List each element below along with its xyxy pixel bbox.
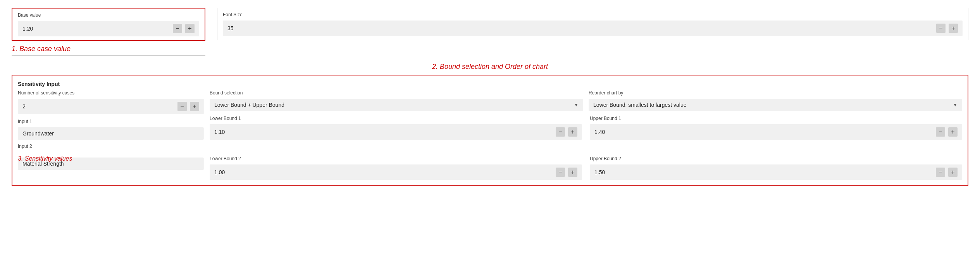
num-cases-section: Number of sensitivity cases 2 − + (18, 90, 204, 114)
left-pane: Number of sensitivity cases 2 − + Input … (18, 90, 204, 180)
upper-bound2-field-row: 1.50 − + (590, 164, 962, 180)
num-cases-minus-button[interactable]: − (177, 102, 187, 111)
lower-bound2-value: 1.00 (214, 169, 225, 175)
bound-selection-label: Bound selection (210, 90, 583, 96)
upper-bound1-field-row: 1.40 − + (590, 124, 962, 140)
bound-selection-arrow-icon: ▼ (574, 102, 579, 108)
reorder-chart-arrow-icon: ▼ (953, 102, 958, 108)
upper-bound1-steppers: − + (936, 127, 958, 137)
lower-bound1-section: Lower Bound 1 1.10 − + (210, 116, 586, 140)
lower-bound2-plus-button[interactable]: + (568, 168, 577, 177)
upper-bound2-section: Upper Bound 2 1.50 − + (586, 156, 962, 180)
right-pane: Bound selection Lower Bound + Upper Boun… (204, 90, 962, 180)
upper-bound1-value: 1.40 (594, 129, 605, 135)
section2-title: 2. Bound selection and Order of chart (12, 63, 968, 71)
font-size-plus-button[interactable]: + (949, 24, 958, 33)
base-value-display: 1.20 (22, 26, 33, 32)
input1-section: Input 1 Groundwater (18, 119, 204, 140)
bound-selection-value: Lower Bound + Upper Bound (214, 102, 284, 108)
num-cases-display: 2 (22, 103, 26, 110)
font-size-minus-button[interactable]: − (936, 24, 946, 33)
section1-title: 1. Base case value (12, 45, 205, 56)
base-value-plus-button[interactable]: + (185, 24, 195, 33)
upper-bound1-plus-button[interactable]: + (948, 127, 958, 137)
full-grid: Number of sensitivity cases 2 − + Input … (18, 90, 962, 180)
reorder-chart-label: Reorder chart by (589, 90, 962, 96)
bounds1-row: Lower Bound 1 1.10 − + Upper Bound 1 1.4… (210, 116, 962, 140)
input2-label: Input 2 (18, 144, 204, 149)
bound-reorder-grid: Bound selection Lower Bound + Upper Boun… (210, 90, 962, 111)
reorder-chart-section: Reorder chart by Lower Bound: smallest t… (589, 90, 962, 111)
upper-bound2-steppers: − + (936, 168, 958, 177)
base-value-label: Base value (18, 12, 199, 18)
bounds2-row: Lower Bound 2 1.00 − + Upper Bound 2 1.5… (210, 156, 962, 180)
input2-with-annotation: 3. Sensitivity values Material Strength (18, 158, 204, 170)
base-value-minus-button[interactable]: − (173, 24, 182, 33)
lower-bound2-section: Lower Bound 2 1.00 − + (210, 156, 586, 180)
font-size-label: Font Size (223, 12, 963, 17)
lower-bound1-plus-button[interactable]: + (568, 127, 577, 137)
font-size-field-row: 35 − + (223, 21, 963, 36)
sensitivity-input-label: Sensitivity Input (18, 81, 60, 87)
main-section: Sensitivity Input Number of sensitivity … (12, 75, 968, 186)
bound-selection-section: Bound selection Lower Bound + Upper Boun… (210, 90, 583, 111)
lower-bound1-label: Lower Bound 1 (210, 116, 582, 121)
sensitivity-header: Sensitivity Input (18, 81, 962, 87)
lower-bound2-minus-button[interactable]: − (556, 168, 565, 177)
upper-bound2-label: Upper Bound 2 (590, 156, 962, 161)
reorder-chart-value: Lower Bound: smallest to largest value (593, 102, 686, 108)
num-cases-steppers: − + (177, 102, 199, 111)
upper-bound2-plus-button[interactable]: + (948, 168, 958, 177)
num-cases-field-row: 2 − + (18, 99, 204, 114)
upper-bound2-minus-button[interactable]: − (936, 168, 945, 177)
input1-label: Input 1 (18, 119, 204, 124)
lower-bound1-value: 1.10 (214, 129, 225, 135)
bound-selection-select[interactable]: Lower Bound + Upper Bound ▼ (210, 99, 583, 111)
top-row: Base value 1.20 − + Font Size 35 − + (12, 8, 968, 41)
reorder-chart-select[interactable]: Lower Bound: smallest to largest value ▼ (589, 99, 962, 111)
num-cases-plus-button[interactable]: + (190, 102, 199, 111)
input1-value: Groundwater (18, 127, 204, 140)
input2-section: Input 2 3. Sensitivity values Material S… (18, 144, 204, 170)
upper-bound2-value: 1.50 (594, 169, 605, 175)
base-value-field-row: 1.20 − + (18, 21, 199, 36)
upper-bound1-label: Upper Bound 1 (590, 116, 962, 121)
lower-bound2-field-row: 1.00 − + (210, 164, 582, 180)
base-value-box: Base value 1.20 − + (12, 8, 205, 41)
base-value-steppers: − + (173, 24, 195, 33)
sensitivity-values-annotation: 3. Sensitivity values (18, 155, 72, 162)
upper-bound1-minus-button[interactable]: − (936, 127, 945, 137)
font-size-steppers: − + (936, 24, 958, 33)
font-size-box: Font Size 35 − + (217, 8, 968, 40)
lower-bound1-steppers: − + (556, 127, 577, 137)
lower-bound2-label: Lower Bound 2 (210, 156, 582, 161)
lower-bound2-steppers: − + (556, 168, 577, 177)
font-size-display: 35 (227, 25, 234, 31)
num-cases-label: Number of sensitivity cases (18, 90, 204, 96)
upper-bound1-section: Upper Bound 1 1.40 − + (586, 116, 962, 140)
lower-bound1-minus-button[interactable]: − (556, 127, 565, 137)
lower-bound1-field-row: 1.10 − + (210, 124, 582, 140)
